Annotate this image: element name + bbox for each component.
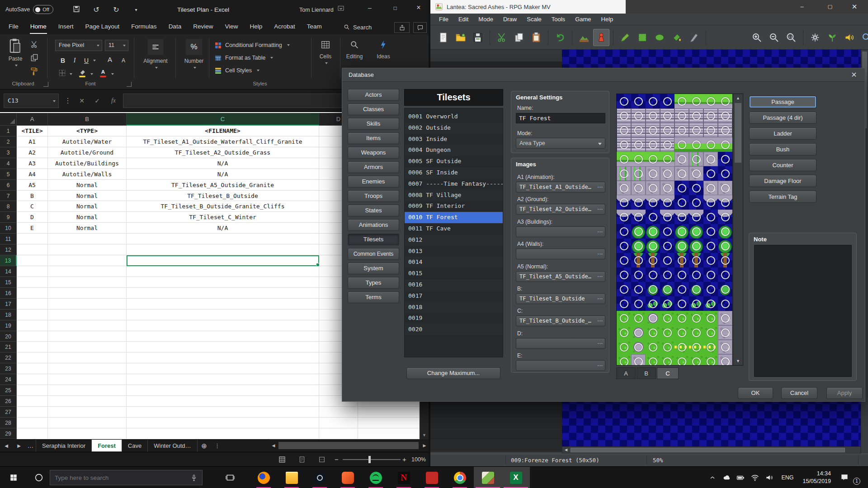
db-nav-common-events[interactable]: Common Events: [348, 248, 399, 260]
preview-tile-grass[interactable]: [617, 325, 631, 340]
preview-tile-water[interactable]: [703, 166, 718, 181]
map-hscroll-thumb[interactable]: [571, 448, 845, 452]
preview-tile-granite-rock[interactable]: [660, 166, 675, 181]
cell[interactable]: [127, 407, 319, 418]
preview-tile-water[interactable]: [646, 210, 660, 224]
tileset-list-item-0013[interactable]: 0013: [405, 246, 503, 257]
menu-tab-view[interactable]: View: [219, 20, 244, 34]
redo-icon[interactable]: ↻: [111, 5, 121, 15]
preview-tile-granite-slab[interactable]: [617, 123, 631, 137]
pencil-tool-icon[interactable]: [617, 29, 633, 46]
cell[interactable]: <FILENAME>: [127, 126, 319, 136]
preview-tile-tree-canopy[interactable]: [718, 239, 732, 253]
menu-tab-acrobat[interactable]: Acrobat: [268, 20, 301, 34]
preview-tile-water[interactable]: [718, 166, 732, 181]
sound-test-icon[interactable]: [841, 29, 858, 46]
preview-tile-grass[interactable]: [703, 311, 718, 325]
browse-ellipsis-icon[interactable]: ⋯: [597, 272, 603, 282]
cell[interactable]: [127, 352, 319, 363]
preview-tile-granite-vines[interactable]: [689, 152, 703, 166]
preview-tile-granite-rock[interactable]: [646, 181, 660, 195]
db-nav-actors[interactable]: Actors: [348, 89, 399, 101]
preview-tile-water[interactable]: [689, 195, 703, 210]
cut-icon[interactable]: [30, 40, 40, 50]
row-header-4[interactable]: 4: [0, 158, 17, 169]
preview-tile-water[interactable]: [646, 267, 660, 282]
image-field-b[interactable]: TF_Tileset_B_Outside⋯: [516, 293, 605, 304]
menu-tab-team[interactable]: Team: [301, 20, 328, 34]
row-header-8[interactable]: 8: [0, 201, 17, 212]
tileset-list-item-0009[interactable]: 0009 TF Interior: [405, 201, 503, 212]
preview-tile-granite-rock[interactable]: [718, 354, 732, 365]
preview-tile-granite-slab[interactable]: [660, 137, 675, 152]
preview-tile-granite-slab[interactable]: [631, 137, 646, 152]
image-field-d[interactable]: ⋯: [516, 338, 605, 349]
preview-tile-water[interactable]: [660, 267, 675, 282]
row-header-14[interactable]: 14: [0, 266, 17, 277]
cell[interactable]: [17, 374, 48, 385]
apply-button[interactable]: Apply: [826, 387, 863, 399]
italic-button[interactable]: I: [70, 55, 80, 66]
browse-ellipsis-icon[interactable]: ⋯: [597, 182, 603, 192]
preview-tile-granite-vines[interactable]: [631, 166, 646, 181]
row-header-19[interactable]: 19: [0, 320, 17, 331]
preview-tile-cliff-arch[interactable]: [689, 210, 703, 224]
image-field-a3buildings[interactable]: ⋯: [516, 226, 605, 237]
underline-button[interactable]: U: [81, 55, 91, 66]
preview-tile-shrub[interactable]: [689, 296, 703, 311]
zoom-slider-track[interactable]: [343, 459, 401, 460]
preview-tile-water[interactable]: [617, 94, 631, 108]
cell[interactable]: D: [17, 212, 48, 223]
hscroll-left-icon[interactable]: ◀: [269, 439, 278, 452]
cell[interactable]: [17, 396, 48, 407]
cell[interactable]: [48, 385, 127, 396]
sheet-tab-winter-outd-[interactable]: Winter Outd…: [148, 440, 197, 452]
tileset-list-item-0016[interactable]: 0016: [405, 279, 503, 291]
add-sheet-icon[interactable]: ⊕: [198, 440, 211, 452]
number-button[interactable]: % Number: [180, 39, 208, 70]
preview-tile-grass[interactable]: [646, 340, 660, 354]
taskbar-app-spotify[interactable]: [362, 467, 390, 488]
row-header-16[interactable]: 16: [0, 288, 17, 299]
preview-tile-granite-slab[interactable]: [718, 108, 732, 123]
tray-expand-icon[interactable]: [707, 473, 718, 483]
save-project-icon[interactable]: [470, 29, 486, 46]
rpg-menu-draw[interactable]: Draw: [498, 14, 522, 25]
taskbar-app-netflix[interactable]: [390, 467, 418, 488]
db-nav-skills[interactable]: Skills: [348, 118, 399, 130]
preview-tab-c[interactable]: C: [657, 367, 679, 379]
cell[interactable]: [48, 418, 127, 428]
preview-tile-granite-rock[interactable]: [675, 152, 689, 166]
preview-tile-tree-canopy[interactable]: [718, 224, 732, 239]
preview-tile-grass-ridge[interactable]: [703, 94, 718, 108]
cell[interactable]: Autotile/Water: [48, 136, 127, 147]
cell[interactable]: Normal: [48, 201, 127, 212]
menu-tab-formulas[interactable]: Formulas: [125, 20, 162, 34]
row-header-12[interactable]: 12: [0, 244, 17, 255]
preview-tile-granite-rock[interactable]: [703, 181, 718, 195]
db-nav-weapons[interactable]: Weapons: [348, 147, 399, 159]
preview-tile-water[interactable]: [675, 267, 689, 282]
map-edit-mode-icon[interactable]: [576, 29, 592, 46]
row-header-21[interactable]: 21: [0, 342, 17, 352]
cell[interactable]: N/A: [127, 223, 319, 234]
cell[interactable]: [48, 396, 127, 407]
rpg-close-button[interactable]: ✕: [844, 0, 864, 14]
preview-tile-granite-slab[interactable]: [617, 137, 631, 152]
preview-tile-tree-canopy[interactable]: [689, 224, 703, 239]
preview-tile-grass-fringe[interactable]: [675, 137, 689, 152]
cell[interactable]: [48, 299, 127, 310]
preview-tile-water[interactable]: [660, 253, 675, 267]
preview-tile-tree-canopy[interactable]: [631, 239, 646, 253]
db-nav-tilesets[interactable]: Tilesets: [348, 234, 399, 245]
row-header-13[interactable]: 13: [0, 255, 17, 266]
preview-tile-flowers[interactable]: [703, 340, 718, 354]
preview-tile-water[interactable]: [675, 195, 689, 210]
preview-tile-bush[interactable]: [718, 282, 732, 296]
tileset-list-item-0001[interactable]: 0001 Overworld: [405, 111, 503, 122]
preview-tile-grass-ridge[interactable]: [718, 94, 732, 108]
cell[interactable]: [127, 299, 319, 310]
preview-tile-water[interactable]: [631, 267, 646, 282]
cell[interactable]: [127, 320, 319, 331]
column-header-a[interactable]: A: [17, 113, 48, 126]
